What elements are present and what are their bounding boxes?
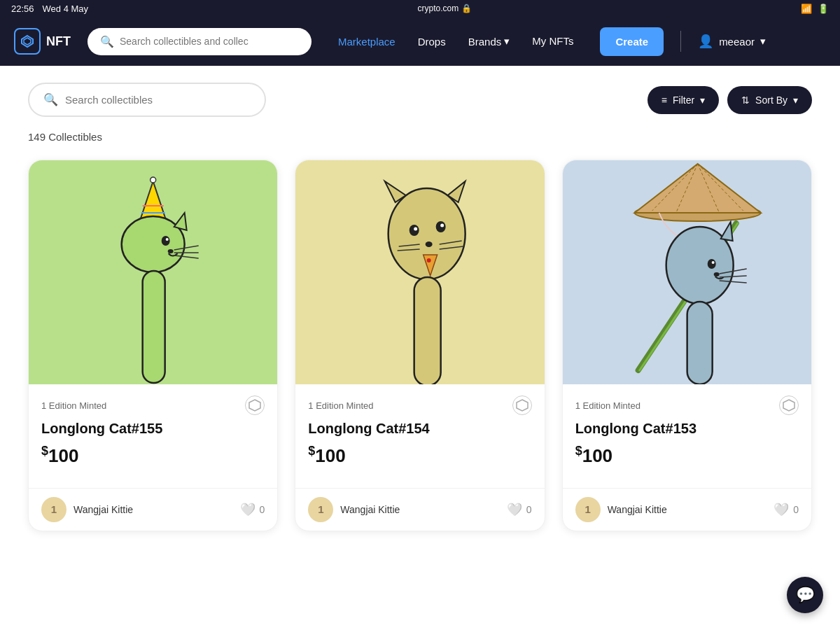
svg-point-25 [427, 258, 431, 262]
sort-icon: ⇅ [741, 94, 750, 106]
navbar-search[interactable]: 🔍 [88, 28, 312, 55]
svg-point-42 [711, 261, 714, 264]
main-content: 🔍 ≡ Filter ▾ ⇅ Sort By ▾ 149 Collectible… [0, 66, 840, 630]
search-icon: 🔍 [43, 92, 58, 107]
edition-text-153: 1 Edition Minted [575, 400, 640, 411]
cards-grid: 1 Edition Minted Longlong Cat#155 $100 1… [28, 160, 812, 531]
logo-icon [14, 28, 41, 55]
card-body-155: 1 Edition Minted Longlong Cat#155 $100 [29, 384, 277, 488]
svg-point-19 [410, 225, 419, 236]
collectibles-search[interactable]: 🔍 [28, 83, 266, 117]
heart-icon-155[interactable]: 🤍 [240, 502, 255, 517]
svg-point-43 [713, 272, 719, 276]
card-image-155 [29, 160, 277, 384]
username: meeaor [719, 36, 755, 48]
status-time: 22:56 [11, 4, 34, 14]
nav-brands[interactable]: Brands ▾ [458, 29, 520, 53]
svg-point-41 [707, 259, 715, 269]
sort-button[interactable]: ⇅ Sort By ▾ [727, 86, 812, 114]
collectibles-count: 149 Collectibles [28, 131, 812, 143]
create-button[interactable]: Create [600, 27, 664, 56]
filter-icon: ≡ [662, 94, 667, 106]
creator-avatar-153: 1 [575, 497, 601, 522]
svg-rect-30 [414, 277, 441, 384]
search-icon: 🔍 [100, 35, 114, 48]
chevron-down-icon: ▾ [504, 35, 510, 48]
status-date: Wed 4 May [43, 4, 89, 14]
nav-drops[interactable]: Drops [408, 30, 456, 53]
like-count-153: 0 [793, 504, 799, 515]
svg-marker-47 [720, 222, 732, 241]
wifi-icon: 📶 [801, 4, 812, 14]
user-menu[interactable]: 👤 meeaor ▾ [698, 34, 766, 49]
heart-icon-154[interactable]: 🤍 [507, 502, 522, 517]
card-body-154: 1 Edition Minted Longlong Cat#154 $100 [295, 384, 544, 488]
filter-chevron-icon: ▾ [700, 94, 705, 106]
url-bar: crypto.com 🔒 [418, 4, 472, 13]
heart-icon-153[interactable]: 🤍 [774, 502, 789, 517]
cat-svg-154 [295, 160, 544, 384]
chat-button[interactable]: 💬 [787, 577, 823, 613]
svg-marker-33 [634, 164, 760, 213]
collectibles-search-input[interactable] [65, 94, 251, 106]
crypto-icon-154 [512, 396, 532, 415]
cat-svg-153 [563, 160, 811, 384]
card-footer-153: 1 Wangjai Kittie 🤍 0 [563, 488, 811, 531]
creator-avatar-154: 1 [308, 497, 333, 522]
user-icon: 👤 [698, 34, 713, 49]
nft-title-155: Longlong Cat#155 [41, 421, 265, 437]
logo-text: NFT [46, 34, 71, 49]
nft-card-155[interactable]: 1 Edition Minted Longlong Cat#155 $100 1… [28, 160, 278, 531]
navbar-search-input[interactable] [120, 36, 299, 47]
creator-name-155: Wangjai Kittie [74, 504, 133, 515]
navbar: NFT 🔍 Marketplace Drops Brands ▾ My NFTs… [0, 17, 840, 66]
svg-marker-1 [24, 38, 31, 45]
cat-svg-155 [29, 160, 277, 384]
card-image-153 [563, 160, 811, 384]
nft-price-153: $100 [575, 444, 799, 467]
nft-price-154: $100 [308, 444, 531, 467]
svg-point-20 [414, 227, 417, 231]
card-body-153: 1 Edition Minted Longlong Cat#153 $100 [563, 384, 811, 488]
nav-links: Marketplace Drops Brands ▾ My NFTs [328, 29, 583, 53]
creator-info-155: 1 Wangjai Kittie [41, 497, 133, 522]
user-chevron-icon: ▾ [760, 35, 766, 48]
svg-marker-7 [174, 213, 187, 230]
svg-marker-31 [517, 400, 528, 411]
like-area-153: 🤍 0 [774, 502, 799, 517]
nft-title-153: Longlong Cat#153 [575, 421, 799, 437]
nft-card-154[interactable]: 1 Edition Minted Longlong Cat#154 $100 1… [295, 160, 545, 531]
card-footer-154: 1 Wangjai Kittie 🤍 0 [295, 488, 544, 531]
svg-point-10 [168, 249, 174, 253]
nft-card-153[interactable]: 1 Edition Minted Longlong Cat#153 $100 1… [562, 160, 812, 531]
svg-rect-14 [143, 271, 165, 383]
creator-name-153: Wangjai Kittie [608, 504, 667, 515]
svg-point-9 [166, 238, 169, 241]
svg-rect-48 [687, 302, 712, 384]
nft-price-155: $100 [41, 444, 265, 467]
nav-marketplace[interactable]: Marketplace [328, 30, 405, 53]
logo[interactable]: NFT [14, 28, 71, 55]
svg-point-3 [150, 177, 156, 183]
creator-info-154: 1 Wangjai Kittie [308, 497, 400, 522]
svg-marker-15 [249, 400, 260, 411]
svg-point-23 [426, 241, 433, 247]
creator-avatar-155: 1 [41, 497, 66, 522]
filter-sort-area: ≡ Filter ▾ ⇅ Sort By ▾ [648, 86, 812, 114]
svg-point-21 [436, 221, 446, 232]
nav-my-nfts[interactable]: My NFTs [522, 29, 583, 53]
sort-chevron-icon: ▾ [793, 94, 798, 106]
like-count-154: 0 [526, 504, 532, 515]
battery-icon: 🔋 [818, 4, 829, 14]
crypto-icon-155 [245, 396, 265, 415]
svg-point-8 [162, 236, 170, 246]
svg-marker-49 [783, 400, 794, 411]
creator-info-153: 1 Wangjai Kittie [575, 497, 667, 522]
nft-title-154: Longlong Cat#154 [308, 421, 531, 437]
edition-text-155: 1 Edition Minted [41, 400, 106, 411]
creator-name-154: Wangjai Kittie [340, 504, 400, 515]
like-count-155: 0 [260, 504, 265, 515]
filter-button[interactable]: ≡ Filter ▾ [648, 86, 719, 114]
card-footer-155: 1 Wangjai Kittie 🤍 0 [29, 488, 277, 531]
chat-icon: 💬 [796, 586, 815, 604]
